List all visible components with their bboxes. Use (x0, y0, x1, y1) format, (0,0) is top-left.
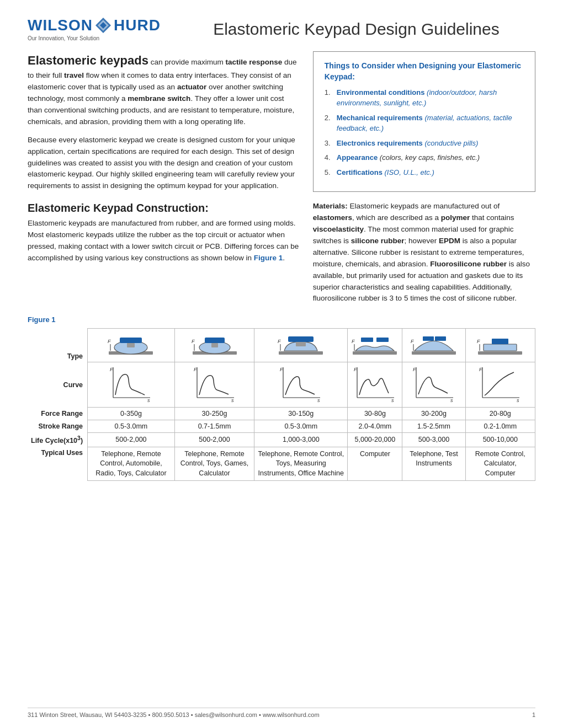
svg-text:F: F (352, 339, 355, 344)
lifecycle-2: 500-2,000 (174, 433, 254, 447)
uses-4: Computer (348, 447, 402, 481)
svg-text:s: s (147, 398, 150, 403)
right-column: Things to Consider when Designing your E… (313, 51, 535, 304)
list-item: Certifications (ISO, U.L., etc.) (325, 168, 524, 178)
svg-rect-32 (492, 339, 508, 344)
construction-text: Elastomeric keypads are manufactured fro… (28, 218, 300, 264)
page-title: Elastomeric Keypad Design Guidelines (177, 20, 535, 39)
logo-wilson: WILSON (28, 17, 93, 34)
svg-text:s: s (517, 398, 519, 403)
table-row-type: Type F (28, 329, 535, 362)
key-type-1-icon: F (106, 332, 156, 357)
uses-3: Telephone, Remote Control, Toys, Measuri… (254, 447, 348, 481)
curve-label: Curve (28, 362, 88, 408)
svg-text:s: s (391, 398, 394, 403)
curve-cell-1: F s (88, 362, 175, 408)
page: WILSON HURD Our Innovation, Your Solutio… (0, 0, 563, 728)
svg-rect-5 (120, 338, 142, 343)
footer-page-num: 1 (532, 711, 535, 718)
type-cell-5: F (402, 329, 465, 362)
svg-rect-12 (211, 343, 218, 347)
svg-rect-30 (478, 351, 522, 355)
list-item: Mechanical requirements (material, actua… (325, 113, 524, 134)
type-label: Type (28, 329, 88, 362)
curve-1-icon: F s (109, 365, 153, 403)
stroke-5: 1.5-2.5mm (402, 420, 465, 433)
lifecycle-label: Life Cycle(x103) (28, 433, 88, 447)
curve-cell-3: F s (254, 362, 348, 408)
stroke-2: 0.7-1.5mm (174, 420, 254, 433)
lifecycle-4: 5,000-20,000 (348, 433, 402, 447)
svg-rect-6 (127, 343, 135, 347)
stroke-label: Stroke Range (28, 420, 88, 433)
logo-area: WILSON HURD Our Innovation, Your Solutio… (28, 17, 161, 41)
force-label: Force Range (28, 408, 88, 420)
type-cell-2: F (174, 329, 254, 362)
list-item-content: Appearance (colors, key caps, finishes, … (337, 153, 480, 163)
svg-rect-31 (484, 344, 517, 351)
uses-6: Remote Control, Calculator, Computer (465, 447, 535, 481)
curve-5-icon: F s (412, 365, 456, 403)
svg-text:F: F (108, 339, 111, 344)
lifecycle-5: 500-3,000 (402, 433, 465, 447)
figure-table: Type F (28, 328, 535, 481)
type-cell-1: F (88, 329, 175, 362)
uses-5: Telephone, Test Instruments (402, 447, 465, 481)
logo-diamond-icon (94, 17, 112, 34)
table-row-uses: Typical Uses Telephone, Remote Control, … (28, 447, 535, 481)
logo-text: WILSON HURD (28, 17, 161, 34)
svg-text:s: s (231, 398, 234, 403)
curve-cell-4: F s (348, 362, 402, 408)
consider-list: Environmental conditions (indoor/outdoor… (325, 88, 524, 178)
key-type-6-icon: F (475, 332, 525, 357)
stroke-1: 0.5-3.0mm (88, 420, 175, 433)
svg-rect-26 (423, 336, 434, 341)
svg-text:F: F (354, 367, 357, 372)
stroke-6: 0.2-1.0mm (465, 420, 535, 433)
lifecycle-6: 500-10,000 (465, 433, 535, 447)
footer: 311 Winton Street, Wausau, WI 54403-3235… (28, 708, 535, 718)
svg-text:F: F (278, 339, 281, 344)
curve-cell-6: F s (465, 362, 535, 408)
svg-rect-21 (361, 338, 373, 342)
footer-address: 311 Winton Street, Wausau, WI 54403-3235… (28, 711, 320, 718)
svg-rect-25 (412, 351, 456, 355)
left-column: Elastomeric keypads can provide maximum … (28, 51, 300, 304)
svg-text:F: F (411, 339, 414, 344)
type-cell-3: F (254, 329, 348, 362)
list-item-content: Mechanical requirements (material, actua… (337, 113, 524, 134)
list-item-content: Environmental conditions (indoor/outdoor… (337, 88, 524, 109)
svg-rect-16 (288, 336, 314, 342)
svg-rect-17 (296, 342, 306, 346)
svg-text:s: s (450, 398, 453, 403)
table-row-lifecycle: Life Cycle(x103) 500-2,000 500-2,000 1,0… (28, 433, 535, 447)
type-cell-6: F (465, 329, 535, 362)
intro-text-1: can provide maximum tactile response due… (28, 58, 297, 126)
uses-2: Telephone, Remote Control, Toys, Games, … (174, 447, 254, 481)
intro-paragraph-2: Because every elastomeric keypad we crea… (28, 135, 300, 192)
list-item-content: Electronics requirements (conductive pil… (337, 138, 479, 149)
force-6: 20-80g (465, 408, 535, 420)
svg-text:F: F (194, 367, 197, 372)
svg-rect-20 (353, 351, 397, 355)
svg-text:F: F (192, 339, 195, 344)
curve-6-icon: F s (478, 365, 522, 403)
svg-text:F: F (477, 339, 480, 344)
svg-rect-22 (376, 338, 389, 342)
consider-title: Things to Consider when Designing your E… (325, 61, 524, 82)
key-type-3-icon: F (276, 332, 326, 357)
figure-link[interactable]: Figure 1 (254, 254, 283, 262)
figure-label: Figure 1 (28, 315, 535, 324)
svg-rect-15 (279, 351, 323, 355)
logo-hurd: HURD (114, 17, 161, 34)
list-item: Environmental conditions (indoor/outdoor… (325, 88, 524, 109)
svg-rect-27 (435, 336, 446, 341)
stroke-3: 0.5-3.0mm (254, 420, 348, 433)
force-3: 30-150g (254, 408, 348, 420)
main-content: Elastomeric keypads can provide maximum … (28, 51, 535, 304)
key-type-5-icon: F (409, 332, 459, 357)
consider-box: Things to Consider when Designing your E… (313, 51, 535, 192)
list-item-content: Certifications (ISO, U.L., etc.) (337, 168, 434, 178)
uses-1: Telephone, Remote Control, Automobile, R… (88, 447, 175, 481)
table-row-stroke: Stroke Range 0.5-3.0mm 0.7-1.5mm 0.5-3.0… (28, 420, 535, 433)
